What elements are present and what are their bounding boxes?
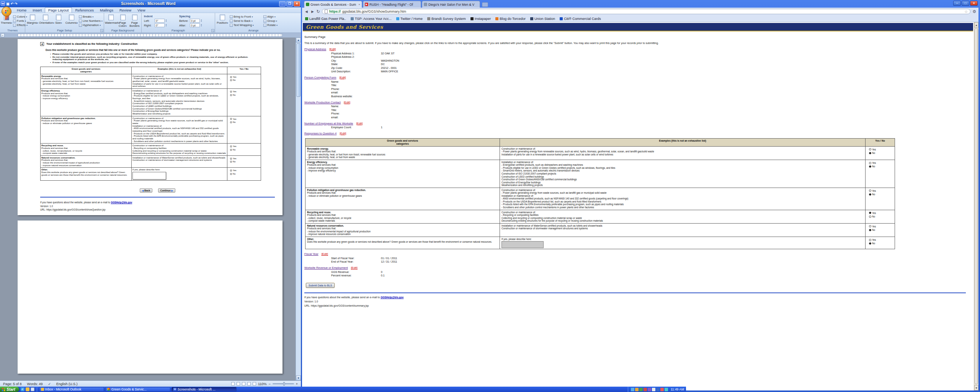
- submit-data-button[interactable]: Submit Data to BLS: [306, 283, 335, 288]
- tab-references[interactable]: References: [72, 8, 97, 13]
- section-link[interactable]: Worksite Revenue or Employment: [304, 266, 348, 270]
- edit-link[interactable]: [Edit]: [329, 47, 336, 51]
- zoom-level[interactable]: 110%: [258, 382, 266, 386]
- bookmark-item[interactable]: Landfill Gas Power Pla..: [305, 17, 346, 21]
- scroll-down-arrow[interactable]: ▼: [296, 376, 301, 381]
- draft-view-icon[interactable]: [253, 382, 256, 385]
- yes-radio[interactable]: [869, 225, 871, 227]
- bookmark-item[interactable]: TSP: Access Your Acc...: [351, 17, 392, 21]
- no-radio[interactable]: [869, 152, 871, 154]
- section-link[interactable]: Responses to Question 4: [304, 132, 336, 135]
- rotate-button[interactable]: Rotate▾: [263, 23, 285, 27]
- save-button[interactable]: ▣: [6, 2, 10, 6]
- scroll-up-arrow[interactable]: ▲: [974, 22, 978, 28]
- spacing-before-spinner[interactable]: ▲▼: [201, 19, 202, 22]
- scroll-up-arrow[interactable]: ▲: [296, 38, 301, 42]
- taskbar-button-outlook[interactable]: Inbox - Microsoft Outlook: [39, 387, 104, 392]
- page-indicator[interactable]: Page: 5 of 8: [3, 382, 22, 386]
- no-radio[interactable]: [230, 79, 232, 81]
- browser-tab-salon[interactable]: Diego's Hair Salon For Men & V: [422, 1, 480, 8]
- tray-icon[interactable]: [648, 388, 651, 391]
- back-button[interactable]: ◀ Back: [140, 188, 152, 193]
- spacing-after-spinner[interactable]: ▲▼: [201, 24, 202, 27]
- no-radio[interactable]: [869, 229, 871, 231]
- restore-button[interactable]: ❐: [286, 1, 293, 7]
- tray-icon[interactable]: [660, 388, 664, 391]
- tray-icon[interactable]: [631, 388, 634, 391]
- redo-button[interactable]: ↷: [15, 2, 18, 6]
- indent-left-spinner[interactable]: ▲▼: [165, 19, 167, 22]
- tray-icon[interactable]: [665, 388, 668, 391]
- zoom-slider-thumb[interactable]: [283, 382, 285, 385]
- fullscreen-view-icon[interactable]: [237, 382, 240, 385]
- yes-radio[interactable]: [869, 212, 871, 214]
- zoom-in-button[interactable]: +: [296, 382, 298, 386]
- tray-icon[interactable]: [635, 388, 639, 391]
- tray-icon[interactable]: [639, 388, 643, 391]
- line-numbers-button[interactable]: Line Numbers▾: [79, 19, 103, 23]
- hyphenation-button[interactable]: Hyphenation▾: [79, 23, 103, 27]
- browser-tab-youtube[interactable]: ▶ RUSH - "Headlong Flight" - Of: [363, 1, 421, 8]
- browser-vertical-scrollbar[interactable]: ▲ ▼: [974, 22, 978, 390]
- tab-view[interactable]: View: [134, 8, 148, 13]
- bookmark-item[interactable]: Twitter / Home: [396, 17, 423, 21]
- word-count[interactable]: Words: 49: [27, 382, 43, 386]
- section-link[interactable]: Fiscal Year: [304, 252, 318, 256]
- bookmark-item[interactable]: Instapaper: [470, 17, 491, 21]
- email-link[interactable]: GGSHelp@bls.gov: [381, 296, 403, 299]
- tab-insert[interactable]: Insert: [29, 8, 45, 13]
- close-button[interactable]: ✕: [294, 1, 300, 7]
- bookmark-item[interactable]: Brandt Survey System: [427, 17, 466, 21]
- other-description-textarea[interactable]: [501, 241, 544, 248]
- wrench-menu-icon[interactable]: ⚙: [972, 9, 976, 14]
- bookmark-item[interactable]: Citi® Commercial Cards: [560, 17, 601, 21]
- taskbar-button-browser[interactable]: Green Goods & Servic...: [105, 387, 170, 392]
- no-radio[interactable]: [869, 193, 871, 196]
- other-description-textarea[interactable]: [132, 172, 166, 180]
- page-borders-button[interactable]: Page Borders: [129, 14, 140, 28]
- section-link[interactable]: Worksite Production Contact: [304, 101, 341, 104]
- forward-navigation-icon[interactable]: ►: [310, 10, 315, 14]
- back-navigation-icon[interactable]: ◄: [304, 10, 309, 14]
- yes-radio[interactable]: [230, 145, 232, 147]
- size-button[interactable]: Size▾: [52, 14, 65, 24]
- continue-button[interactable]: Continue ▶: [158, 188, 176, 193]
- yes-radio[interactable]: [230, 170, 232, 172]
- tab-page-layout[interactable]: Page Layout: [45, 7, 72, 13]
- paragraph-dialog-launcher[interactable]: ↘: [211, 29, 214, 32]
- text-wrapping-button[interactable]: Text Wrapping▾: [230, 23, 263, 27]
- edit-link[interactable]: [Edit]: [339, 76, 346, 79]
- no-radio[interactable]: [230, 149, 232, 151]
- web-layout-view-icon[interactable]: [242, 382, 245, 385]
- no-radio[interactable]: [230, 173, 232, 175]
- watermark-button[interactable]: Watermark▾: [105, 14, 117, 24]
- scrollbar-thumb[interactable]: [296, 43, 301, 97]
- columns-button[interactable]: Columns▾: [65, 14, 78, 24]
- edit-link[interactable]: [Edit]: [344, 101, 350, 104]
- bookmark-item[interactable]: Blog do Torcedor: [495, 17, 526, 21]
- scroll-down-arrow[interactable]: ▼: [974, 385, 978, 390]
- minimize-button[interactable]: _: [279, 1, 286, 7]
- indent-left-input[interactable]: 0": [155, 19, 165, 23]
- edit-link[interactable]: [Edit]: [340, 132, 346, 135]
- edit-link[interactable]: [Edit]: [322, 252, 328, 256]
- zoom-slider[interactable]: [273, 383, 294, 384]
- ruler-selector[interactable]: ⌐: [1, 33, 5, 37]
- tab-mailings[interactable]: Mailings: [97, 8, 116, 13]
- send-to-back-button[interactable]: Send to Back▾: [230, 19, 263, 23]
- tray-icon[interactable]: [652, 388, 655, 391]
- ie-quicklaunch-icon[interactable]: e: [21, 387, 24, 391]
- bring-to-front-button[interactable]: Bring to Front▾: [230, 15, 263, 18]
- section-link[interactable]: Number of Employees at this Worksite: [304, 122, 353, 125]
- no-radio[interactable]: [230, 121, 232, 123]
- no-radio[interactable]: [230, 161, 232, 163]
- outline-view-icon[interactable]: [247, 382, 251, 385]
- browser-minimize-button[interactable]: ─: [953, 1, 961, 6]
- reload-icon[interactable]: ↻: [317, 10, 320, 14]
- no-radio[interactable]: [869, 216, 871, 218]
- position-button[interactable]: Position▾: [216, 14, 229, 24]
- print-layout-view-icon[interactable]: [231, 382, 235, 385]
- tab-close-icon[interactable]: ×: [358, 3, 360, 6]
- no-radio[interactable]: [230, 94, 232, 96]
- email-link[interactable]: GGSHelp@bls.gov: [111, 201, 132, 204]
